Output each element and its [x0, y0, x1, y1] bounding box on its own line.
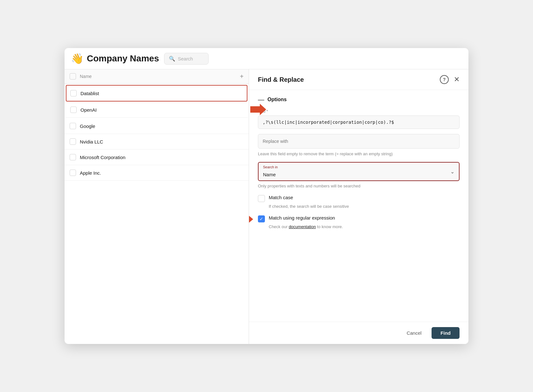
row-checkbox[interactable] [70, 107, 77, 113]
cancel-button[interactable]: Cancel [402, 327, 427, 339]
find-input[interactable] [258, 116, 460, 129]
collapse-icon: — [258, 96, 264, 103]
row-with-arrow: OpenAI [65, 102, 249, 118]
row-name: Google [80, 123, 95, 129]
search-in-group: Search in Name ⌄ [258, 162, 460, 181]
replace-field-group: Leave this field empty to remove the ter… [258, 134, 460, 157]
search-in-note: Only properties with texts and numbers w… [258, 184, 460, 188]
search-in-select[interactable]: Search in Name ⌄ [258, 162, 460, 181]
regex-sublabel-before: Check our [269, 224, 289, 229]
row-name: Apple Inc. [80, 170, 101, 176]
match-case-checkbox[interactable] [258, 195, 265, 202]
app-title-text: Company Names [87, 53, 159, 64]
match-regex-row: ✓ Match using regular expression [258, 215, 460, 222]
dialog-footer: Cancel Find [249, 322, 468, 344]
row-checkbox[interactable] [70, 90, 77, 96]
main-content: Name + Datablist OpenAI [65, 69, 468, 344]
find-replace-dialog: Find & Replace ? ✕ — Options Find * [249, 69, 468, 344]
search-in-value: Name [263, 172, 276, 177]
app-window: 👋 Company Names 🔍 Search Name + Datablis… [65, 48, 468, 344]
find-field-group: Find * [258, 109, 460, 129]
chevron-down-icon: ⌄ [450, 169, 454, 175]
row-checkbox[interactable] [70, 123, 76, 129]
dialog-body: — Options Find * Leave this field empty … [249, 90, 468, 322]
dialog-title: Find & Replace [258, 76, 304, 83]
match-case-label: Match case [269, 195, 293, 200]
table-header: Name + [65, 69, 249, 84]
search-icon: 🔍 [169, 56, 175, 62]
search-in-label: Search in [263, 165, 278, 169]
documentation-link[interactable]: documentation [289, 224, 316, 229]
row-checkbox[interactable] [70, 138, 76, 145]
row-name: OpenAI [80, 107, 97, 113]
select-all-checkbox[interactable] [70, 73, 76, 80]
svg-marker-1 [249, 214, 253, 225]
app-emoji: 👋 [71, 52, 84, 65]
find-button[interactable]: Find [432, 327, 460, 339]
add-column-button[interactable]: + [240, 73, 244, 80]
arrow-annotation [250, 103, 266, 117]
search-bar[interactable]: 🔍 Search [164, 53, 209, 65]
replace-helper-text: Leave this field empty to remove the ter… [258, 151, 460, 157]
row-name: Datablist [80, 91, 99, 96]
options-toggle[interactable]: — Options [258, 96, 460, 103]
table-row[interactable]: Nvidia LLC [65, 134, 249, 150]
match-regex-sublabel: Check our documentation to know more. [269, 224, 460, 229]
regex-sublabel-after: to know more. [316, 224, 343, 229]
replace-input[interactable] [258, 134, 460, 149]
search-input-placeholder: Search [178, 56, 193, 61]
regex-arrow-annotation [249, 213, 253, 227]
match-regex-container: ✓ Match using regular expression [258, 215, 460, 224]
column-name-label: Name [80, 74, 236, 79]
help-button[interactable]: ? [440, 75, 449, 84]
match-regex-checkbox[interactable]: ✓ [258, 215, 265, 222]
match-case-row: Match case [258, 195, 460, 202]
table-row[interactable]: OpenAI [65, 102, 248, 118]
svg-marker-0 [250, 104, 266, 115]
header: 👋 Company Names 🔍 Search [65, 48, 468, 69]
table-row[interactable]: Google [65, 118, 249, 134]
row-name: Nvidia LLC [80, 139, 103, 144]
options-label: Options [267, 97, 287, 102]
find-label: Find * [258, 109, 460, 114]
table-row[interactable]: Apple Inc. [65, 165, 249, 181]
row-checkbox[interactable] [70, 170, 76, 176]
row-checkbox[interactable] [70, 154, 76, 160]
match-regex-label: Match using regular expression [269, 215, 335, 220]
table-row[interactable]: Datablist [66, 85, 247, 102]
left-panel: Name + Datablist OpenAI [65, 69, 249, 344]
app-title: 👋 Company Names [71, 52, 159, 65]
match-case-sublabel: If checked, the search will be case sens… [269, 204, 460, 209]
dialog-header: Find & Replace ? ✕ [249, 69, 468, 90]
row-name: Microsoft Corporation [80, 155, 125, 160]
table-row[interactable]: Microsoft Corporation [65, 150, 249, 165]
close-button[interactable]: ✕ [454, 76, 460, 83]
dialog-icons: ? ✕ [440, 75, 460, 84]
